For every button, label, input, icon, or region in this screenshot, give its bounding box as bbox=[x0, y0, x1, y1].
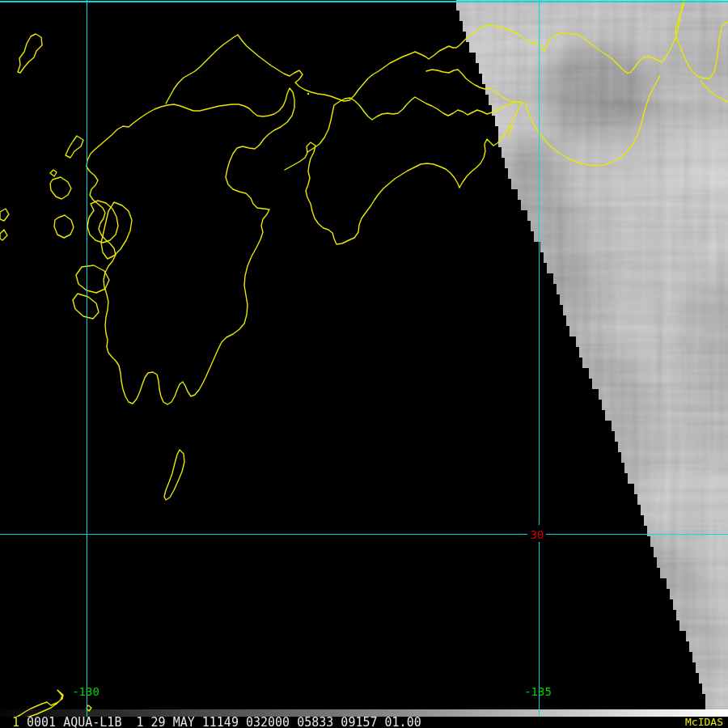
satellite-map-canvas[interactable]: 30 -130 -135 bbox=[0, 0, 728, 728]
mcidas-brand-label: McIDAS bbox=[685, 717, 728, 728]
coastline-dot bbox=[307, 93, 309, 95]
annotation-bar: 1 0001 AQUA-L1B 1 29 MAY 11149 032000 05… bbox=[0, 717, 728, 728]
longitude-label-135: -135 bbox=[524, 685, 552, 698]
mcidas-image-window[interactable]: 30 -130 -135 1 0001 AQUA-L1B 1 29 MAY 11… bbox=[0, 0, 728, 728]
latitude-label-30: 30 bbox=[531, 528, 544, 541]
image-annotation-text: 0001 AQUA-L1B 1 29 MAY 11149 032000 0583… bbox=[19, 717, 421, 728]
longitude-label-130: -130 bbox=[72, 685, 99, 698]
frame-number-label: 1 bbox=[0, 717, 19, 728]
